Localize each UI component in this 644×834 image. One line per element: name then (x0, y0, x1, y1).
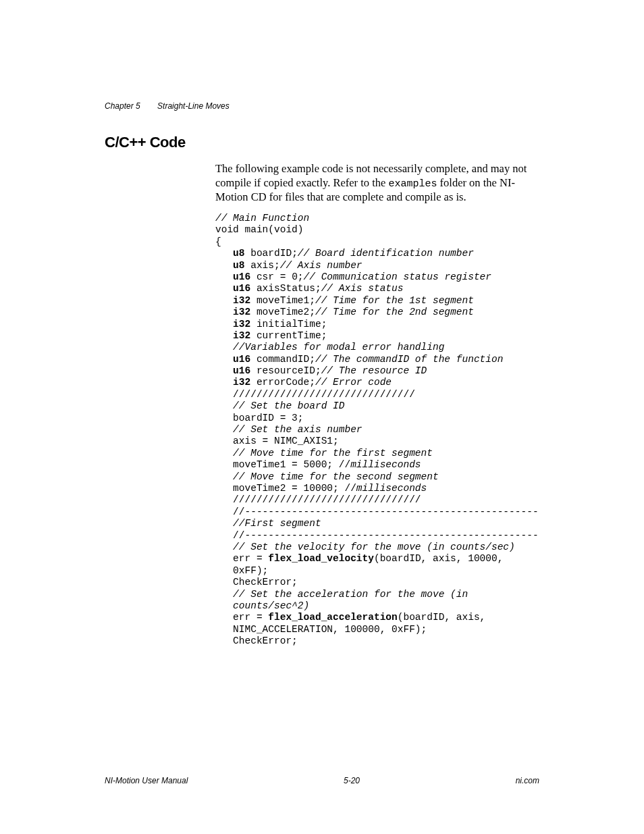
code-type: u16 (233, 354, 250, 365)
footer-center: 5-20 (344, 776, 360, 785)
code-text: err = (233, 553, 268, 564)
code-text: moveTime1; (250, 295, 315, 306)
code-type: u8 (233, 248, 244, 259)
code-line: //////////////////////////////// (233, 494, 421, 505)
code-type: i32 (233, 295, 250, 306)
code-comment: // Time for the 1st segment (315, 295, 474, 306)
code-line: NIMC_ACCELERATION, 100000, 0xFF); (233, 624, 427, 635)
code-text: (boardID, axis, (398, 612, 491, 623)
code-text: moveTime2; (250, 307, 315, 317)
code-text: currentTime; (250, 330, 327, 341)
code-type: i32 (233, 377, 250, 388)
code-comment: milliseconds (350, 459, 421, 470)
code-comment: // Set the acceleration for the move (in (233, 589, 474, 600)
code-type: u16 (233, 283, 250, 294)
code-line: //--------------------------------------… (233, 530, 538, 541)
code-type: u16 (233, 271, 250, 282)
code-type: i32 (233, 319, 250, 330)
code-comment: // The resource ID (321, 365, 427, 376)
code-func: flex_load_velocity (268, 553, 374, 564)
code-comment: // Axis number (280, 260, 363, 271)
code-text: commandID; (250, 354, 315, 365)
intro-paragraph: The following example code is not necess… (215, 162, 539, 205)
code-comment: // Error code (315, 377, 392, 388)
code-comment: //Variables for modal error handling (233, 342, 444, 353)
code-comment: // Time for the 2nd segment (315, 307, 474, 317)
code-line: void main(void) (215, 224, 304, 235)
code-type: i32 (233, 307, 250, 317)
footer-left: NI-Motion User Manual (105, 776, 188, 785)
code-line: // Main Function (215, 213, 309, 224)
code-line: 0xFF); (233, 565, 268, 576)
code-line: { (215, 236, 221, 247)
page-content: Chapter 5 Straight-Line Moves C/C++ Code… (0, 0, 644, 647)
code-text: errorCode; (250, 377, 315, 388)
code-type: i32 (233, 330, 250, 341)
code-block: // Main Function void main(void) { u8 bo… (215, 213, 539, 647)
code-comment: // Set the board ID (233, 400, 344, 411)
code-text: initialTime; (250, 319, 327, 330)
code-line: axis = NIMC_AXIS1; (233, 436, 339, 446)
code-func: flex_load_acceleration (268, 612, 397, 623)
code-text: axisStatus; (250, 283, 321, 294)
code-type: u8 (233, 260, 244, 271)
section-heading: C/C++ Code (105, 134, 539, 151)
page-footer: NI-Motion User Manual 5-20 ni.com (105, 776, 539, 785)
code-comment: counts/sec^2) (233, 600, 309, 611)
footer-right: ni.com (516, 776, 539, 785)
code-text: (boardID, axis, 10000, (374, 553, 509, 564)
intro-code-word: examples (388, 178, 437, 190)
running-header: Chapter 5 Straight-Line Moves (105, 101, 539, 111)
code-text: err = (233, 612, 268, 623)
code-comment: // Board identification number (298, 248, 474, 259)
code-comment: //First segment (233, 518, 321, 529)
code-comment: // Communication status register (304, 271, 491, 282)
code-line: //--------------------------------------… (233, 506, 538, 517)
code-comment: // The commandID of the function (315, 354, 503, 365)
code-text: moveTime2 = 10000; // (233, 483, 356, 494)
code-type: u16 (233, 365, 250, 376)
chapter-label: Chapter 5 (105, 101, 140, 111)
code-text: boardID; (245, 248, 298, 259)
code-comment: // Move time for the first segment (233, 448, 433, 459)
code-comment: // Set the velocity for the move (in cou… (233, 542, 515, 552)
code-text: axis; (245, 260, 280, 271)
code-line: /////////////////////////////// (233, 389, 415, 400)
code-comment: // Move time for the second segment (233, 471, 439, 482)
code-comment: // Axis status (321, 283, 404, 294)
code-line: boardID = 3; (233, 413, 303, 423)
code-text: resourceID; (250, 365, 321, 376)
code-text: csr = 0; (250, 271, 303, 282)
code-text: moveTime1 = 5000; // (233, 459, 350, 470)
code-comment: milliseconds (356, 483, 427, 494)
chapter-title: Straight-Line Moves (157, 101, 230, 111)
code-comment: // Set the axis number (233, 424, 362, 435)
code-line: CheckError; (233, 635, 298, 646)
code-line: CheckError; (233, 577, 298, 588)
